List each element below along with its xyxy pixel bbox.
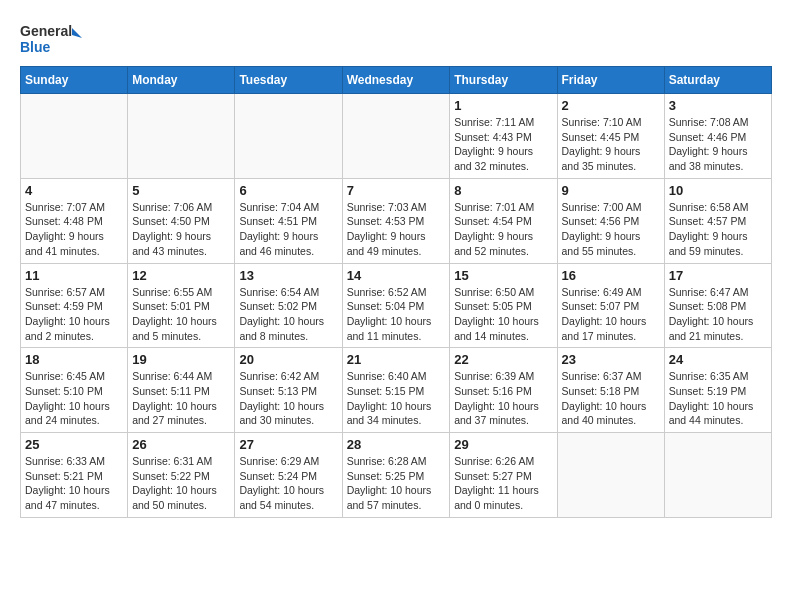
calendar-header-row: SundayMondayTuesdayWednesdayThursdayFrid… (21, 67, 772, 94)
day-number: 25 (25, 437, 123, 452)
calendar-cell: 27Sunrise: 6:29 AM Sunset: 5:24 PM Dayli… (235, 433, 342, 518)
day-info: Sunrise: 6:29 AM Sunset: 5:24 PM Dayligh… (239, 454, 337, 513)
day-number: 16 (562, 268, 660, 283)
calendar-cell: 6Sunrise: 7:04 AM Sunset: 4:51 PM Daylig… (235, 178, 342, 263)
day-number: 2 (562, 98, 660, 113)
calendar-cell: 7Sunrise: 7:03 AM Sunset: 4:53 PM Daylig… (342, 178, 450, 263)
day-number: 27 (239, 437, 337, 452)
calendar-cell: 23Sunrise: 6:37 AM Sunset: 5:18 PM Dayli… (557, 348, 664, 433)
logo-icon: GeneralBlue (20, 20, 90, 56)
day-number: 29 (454, 437, 552, 452)
day-number: 28 (347, 437, 446, 452)
calendar-cell: 28Sunrise: 6:28 AM Sunset: 5:25 PM Dayli… (342, 433, 450, 518)
day-number: 23 (562, 352, 660, 367)
calendar-cell: 24Sunrise: 6:35 AM Sunset: 5:19 PM Dayli… (664, 348, 771, 433)
calendar-cell: 19Sunrise: 6:44 AM Sunset: 5:11 PM Dayli… (128, 348, 235, 433)
day-info: Sunrise: 6:44 AM Sunset: 5:11 PM Dayligh… (132, 369, 230, 428)
calendar-cell: 8Sunrise: 7:01 AM Sunset: 4:54 PM Daylig… (450, 178, 557, 263)
calendar-week-row: 25Sunrise: 6:33 AM Sunset: 5:21 PM Dayli… (21, 433, 772, 518)
day-info: Sunrise: 7:03 AM Sunset: 4:53 PM Dayligh… (347, 200, 446, 259)
calendar-cell: 20Sunrise: 6:42 AM Sunset: 5:13 PM Dayli… (235, 348, 342, 433)
calendar-cell (21, 94, 128, 179)
day-of-week-header: Monday (128, 67, 235, 94)
day-info: Sunrise: 6:28 AM Sunset: 5:25 PM Dayligh… (347, 454, 446, 513)
calendar-cell: 21Sunrise: 6:40 AM Sunset: 5:15 PM Dayli… (342, 348, 450, 433)
calendar-cell: 9Sunrise: 7:00 AM Sunset: 4:56 PM Daylig… (557, 178, 664, 263)
calendar-cell: 18Sunrise: 6:45 AM Sunset: 5:10 PM Dayli… (21, 348, 128, 433)
day-number: 19 (132, 352, 230, 367)
day-number: 21 (347, 352, 446, 367)
day-info: Sunrise: 6:33 AM Sunset: 5:21 PM Dayligh… (25, 454, 123, 513)
calendar-cell: 1Sunrise: 7:11 AM Sunset: 4:43 PM Daylig… (450, 94, 557, 179)
calendar-cell: 13Sunrise: 6:54 AM Sunset: 5:02 PM Dayli… (235, 263, 342, 348)
calendar-table: SundayMondayTuesdayWednesdayThursdayFrid… (20, 66, 772, 518)
calendar-week-row: 11Sunrise: 6:57 AM Sunset: 4:59 PM Dayli… (21, 263, 772, 348)
logo: GeneralBlue (20, 20, 90, 56)
day-of-week-header: Tuesday (235, 67, 342, 94)
calendar-cell: 3Sunrise: 7:08 AM Sunset: 4:46 PM Daylig… (664, 94, 771, 179)
day-info: Sunrise: 7:01 AM Sunset: 4:54 PM Dayligh… (454, 200, 552, 259)
day-number: 9 (562, 183, 660, 198)
day-info: Sunrise: 7:07 AM Sunset: 4:48 PM Dayligh… (25, 200, 123, 259)
day-number: 8 (454, 183, 552, 198)
day-number: 6 (239, 183, 337, 198)
day-info: Sunrise: 6:45 AM Sunset: 5:10 PM Dayligh… (25, 369, 123, 428)
day-number: 24 (669, 352, 767, 367)
day-of-week-header: Friday (557, 67, 664, 94)
day-info: Sunrise: 7:08 AM Sunset: 4:46 PM Dayligh… (669, 115, 767, 174)
day-info: Sunrise: 6:31 AM Sunset: 5:22 PM Dayligh… (132, 454, 230, 513)
day-of-week-header: Sunday (21, 67, 128, 94)
day-number: 1 (454, 98, 552, 113)
day-info: Sunrise: 7:00 AM Sunset: 4:56 PM Dayligh… (562, 200, 660, 259)
day-info: Sunrise: 6:54 AM Sunset: 5:02 PM Dayligh… (239, 285, 337, 344)
day-info: Sunrise: 7:04 AM Sunset: 4:51 PM Dayligh… (239, 200, 337, 259)
day-of-week-header: Thursday (450, 67, 557, 94)
calendar-cell: 14Sunrise: 6:52 AM Sunset: 5:04 PM Dayli… (342, 263, 450, 348)
day-of-week-header: Wednesday (342, 67, 450, 94)
day-number: 22 (454, 352, 552, 367)
day-info: Sunrise: 6:50 AM Sunset: 5:05 PM Dayligh… (454, 285, 552, 344)
calendar-cell (342, 94, 450, 179)
calendar-cell: 10Sunrise: 6:58 AM Sunset: 4:57 PM Dayli… (664, 178, 771, 263)
svg-text:General: General (20, 23, 72, 39)
day-number: 7 (347, 183, 446, 198)
day-info: Sunrise: 7:11 AM Sunset: 4:43 PM Dayligh… (454, 115, 552, 174)
day-number: 13 (239, 268, 337, 283)
svg-text:Blue: Blue (20, 39, 51, 55)
calendar-cell (557, 433, 664, 518)
day-info: Sunrise: 6:52 AM Sunset: 5:04 PM Dayligh… (347, 285, 446, 344)
day-of-week-header: Saturday (664, 67, 771, 94)
calendar-cell: 26Sunrise: 6:31 AM Sunset: 5:22 PM Dayli… (128, 433, 235, 518)
day-number: 14 (347, 268, 446, 283)
day-info: Sunrise: 7:10 AM Sunset: 4:45 PM Dayligh… (562, 115, 660, 174)
day-info: Sunrise: 6:42 AM Sunset: 5:13 PM Dayligh… (239, 369, 337, 428)
day-number: 18 (25, 352, 123, 367)
day-number: 15 (454, 268, 552, 283)
calendar-cell: 2Sunrise: 7:10 AM Sunset: 4:45 PM Daylig… (557, 94, 664, 179)
calendar-cell: 17Sunrise: 6:47 AM Sunset: 5:08 PM Dayli… (664, 263, 771, 348)
day-number: 5 (132, 183, 230, 198)
day-info: Sunrise: 6:49 AM Sunset: 5:07 PM Dayligh… (562, 285, 660, 344)
day-info: Sunrise: 6:47 AM Sunset: 5:08 PM Dayligh… (669, 285, 767, 344)
calendar-cell: 5Sunrise: 7:06 AM Sunset: 4:50 PM Daylig… (128, 178, 235, 263)
day-info: Sunrise: 6:35 AM Sunset: 5:19 PM Dayligh… (669, 369, 767, 428)
calendar-cell (128, 94, 235, 179)
day-info: Sunrise: 6:40 AM Sunset: 5:15 PM Dayligh… (347, 369, 446, 428)
calendar-cell: 4Sunrise: 7:07 AM Sunset: 4:48 PM Daylig… (21, 178, 128, 263)
day-number: 12 (132, 268, 230, 283)
day-number: 4 (25, 183, 123, 198)
day-number: 20 (239, 352, 337, 367)
day-info: Sunrise: 7:06 AM Sunset: 4:50 PM Dayligh… (132, 200, 230, 259)
day-info: Sunrise: 6:37 AM Sunset: 5:18 PM Dayligh… (562, 369, 660, 428)
calendar-cell: 29Sunrise: 6:26 AM Sunset: 5:27 PM Dayli… (450, 433, 557, 518)
svg-marker-2 (72, 28, 82, 38)
day-info: Sunrise: 6:55 AM Sunset: 5:01 PM Dayligh… (132, 285, 230, 344)
calendar-cell: 22Sunrise: 6:39 AM Sunset: 5:16 PM Dayli… (450, 348, 557, 433)
calendar-week-row: 1Sunrise: 7:11 AM Sunset: 4:43 PM Daylig… (21, 94, 772, 179)
day-info: Sunrise: 6:26 AM Sunset: 5:27 PM Dayligh… (454, 454, 552, 513)
calendar-cell: 11Sunrise: 6:57 AM Sunset: 4:59 PM Dayli… (21, 263, 128, 348)
day-number: 17 (669, 268, 767, 283)
day-number: 11 (25, 268, 123, 283)
day-info: Sunrise: 6:58 AM Sunset: 4:57 PM Dayligh… (669, 200, 767, 259)
calendar-cell (664, 433, 771, 518)
